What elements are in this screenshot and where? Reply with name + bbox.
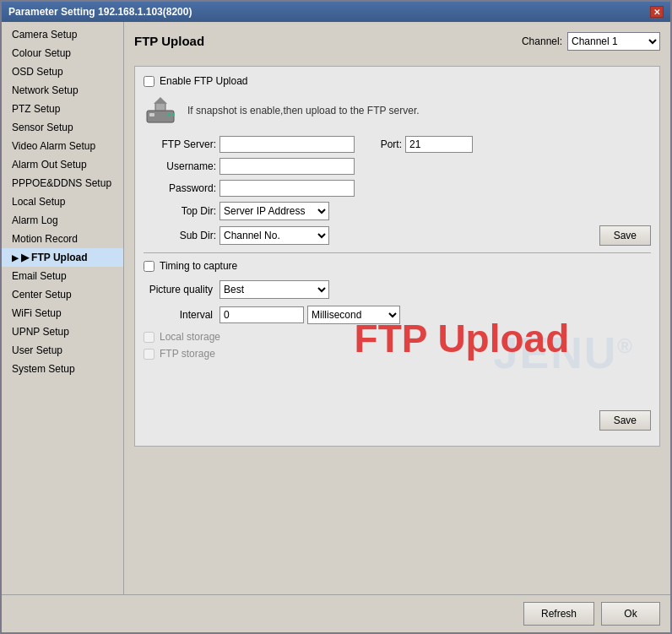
- sidebar-item-video-alarm-setup[interactable]: Video Alarm Setup: [2, 137, 123, 155]
- bottom-save-row: Save: [144, 410, 651, 431]
- channel-row: Channel: Channel 1Channel 2Channel 3Chan…: [522, 32, 660, 51]
- ftp-storage-label: FTP storage: [160, 348, 215, 360]
- top-dir-select[interactable]: Server IP AddressCustom: [219, 202, 329, 220]
- username-input[interactable]: [219, 158, 355, 175]
- password-label: Password:: [144, 182, 219, 194]
- divider: [144, 252, 651, 253]
- refresh-button[interactable]: Refresh: [523, 602, 594, 626]
- content-area: Camera SetupColour SetupOSD SetupNetwork…: [2, 22, 670, 594]
- ok-button[interactable]: Ok: [601, 602, 660, 626]
- local-storage-checkbox[interactable]: [144, 332, 154, 343]
- timing-checkbox[interactable]: [144, 261, 154, 272]
- sidebar-item-pppoe&ddns-setup[interactable]: PPPOE&DDNS Setup: [2, 174, 123, 192]
- window-title: Parameter Setting 192.168.1.103(8200): [8, 6, 192, 18]
- ftp-storage-row: FTP storage: [144, 348, 651, 360]
- sidebar-item-center-setup[interactable]: Center Setup: [2, 285, 123, 304]
- sidebar-item-osd-setup[interactable]: OSD Setup: [2, 62, 123, 81]
- interval-input[interactable]: [219, 306, 304, 323]
- sidebar-item-wifi-setup[interactable]: WiFi Setup: [2, 304, 123, 322]
- ftp-icon: [144, 95, 177, 126]
- close-button[interactable]: ✕: [650, 6, 664, 18]
- sub-dir-label: Sub Dir:: [144, 230, 219, 241]
- ftp-server-input[interactable]: [219, 136, 355, 153]
- sidebar-item-alarm-log[interactable]: Alarm Log: [2, 211, 123, 230]
- sidebar-item-ptz-setup[interactable]: PTZ Setup: [2, 100, 123, 118]
- sidebar-item-alarm-out-setup[interactable]: Alarm Out Setup: [2, 155, 123, 174]
- interval-row: Interval MillisecondSecondMinute: [144, 306, 651, 324]
- username-label: Username:: [144, 160, 219, 172]
- top-dir-row: Top Dir: Server IP AddressCustom: [144, 202, 651, 220]
- sidebar-item-network-setup[interactable]: Network Setup: [2, 81, 123, 100]
- sidebar-item-user-setup[interactable]: User Setup: [2, 341, 123, 360]
- top-dir-label: Top Dir:: [144, 205, 219, 217]
- interval-unit-select[interactable]: MillisecondSecondMinute: [307, 306, 400, 324]
- main-window: Parameter Setting 192.168.1.103(8200) ✕ …: [0, 0, 672, 634]
- sidebar-item-email-setup[interactable]: Email Setup: [2, 267, 123, 285]
- sidebar-item-upnp-setup[interactable]: UPNP Setup: [2, 322, 123, 341]
- sidebar-item-local-setup[interactable]: Local Setup: [2, 192, 123, 211]
- sidebar-item-ftp-upload[interactable]: ▶ FTP Upload: [2, 248, 123, 267]
- page-title: FTP Upload: [134, 34, 204, 48]
- ftp-panel: Enable FTP Upload If snapshot is enable,…: [134, 66, 660, 447]
- timing-row: Timing to capture: [144, 260, 651, 272]
- sidebar-item-system-setup[interactable]: System Setup: [2, 360, 123, 378]
- ftp-server-row: FTP Server: Port:: [144, 136, 651, 153]
- picture-quality-row: Picture quality BestHighMediumLow: [144, 280, 651, 299]
- password-input[interactable]: [219, 180, 355, 197]
- picture-quality-label: Picture quality: [144, 284, 219, 295]
- enable-row: Enable FTP Upload: [144, 75, 651, 87]
- enable-ftp-checkbox[interactable]: [144, 76, 154, 87]
- info-row: If snapshot is enable,then upload to the…: [144, 95, 651, 126]
- sidebar: Camera SetupColour SetupOSD SetupNetwork…: [2, 22, 124, 594]
- save-button-2[interactable]: Save: [599, 410, 651, 431]
- password-row: Password:: [144, 180, 651, 197]
- svg-point-3: [171, 113, 175, 117]
- title-bar: Parameter Setting 192.168.1.103(8200) ✕: [2, 2, 670, 22]
- picture-quality-select[interactable]: BestHighMediumLow: [219, 280, 329, 299]
- interval-label: Interval: [144, 309, 219, 321]
- timing-label: Timing to capture: [160, 260, 237, 272]
- local-storage-label: Local storage: [160, 331, 220, 343]
- sidebar-item-sensor-setup[interactable]: Sensor Setup: [2, 118, 123, 137]
- port-input[interactable]: [405, 136, 473, 153]
- ftp-storage-checkbox[interactable]: [144, 349, 154, 360]
- sidebar-item-motion-record[interactable]: Motion Record: [2, 230, 123, 248]
- save-button-1[interactable]: Save: [599, 225, 651, 246]
- ftp-server-label: FTP Server:: [144, 138, 219, 150]
- sub-dir-select[interactable]: Channel No.Custom: [219, 226, 329, 245]
- svg-point-2: [167, 113, 171, 117]
- info-text: If snapshot is enable,then upload to the…: [187, 105, 420, 117]
- sidebar-item-camera-setup[interactable]: Camera Setup: [2, 25, 123, 44]
- port-label: Port:: [363, 138, 405, 150]
- sub-dir-row: Sub Dir: Channel No.Custom Save: [144, 225, 651, 246]
- bottom-bar: Refresh Ok: [2, 594, 670, 632]
- svg-marker-5: [154, 97, 167, 104]
- sidebar-item-colour-setup[interactable]: Colour Setup: [2, 44, 123, 62]
- enable-ftp-label: Enable FTP Upload: [160, 75, 248, 87]
- main-content: FTP Upload Channel: Channel 1Channel 2Ch…: [124, 22, 670, 594]
- channel-select[interactable]: Channel 1Channel 2Channel 3Channel 4: [567, 32, 660, 51]
- local-storage-row: Local storage: [144, 331, 651, 343]
- username-row: Username:: [144, 158, 651, 175]
- svg-rect-1: [149, 113, 154, 117]
- channel-label: Channel:: [522, 35, 562, 47]
